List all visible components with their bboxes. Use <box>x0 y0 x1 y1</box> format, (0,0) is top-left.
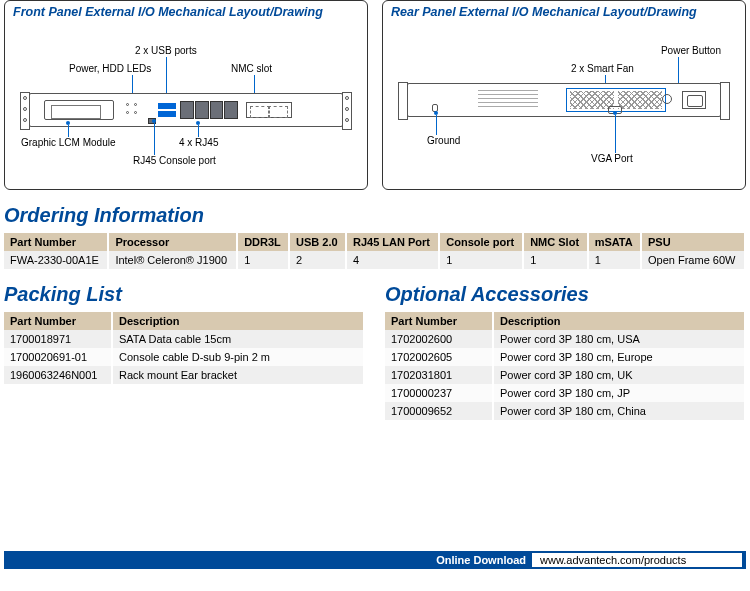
label-smart-fan: 2 x Smart Fan <box>571 63 634 74</box>
label-usb: 2 x USB ports <box>135 45 197 56</box>
footer-download-url: www.advantech.com/products <box>532 553 742 567</box>
label-power-button: Power Button <box>661 45 721 56</box>
acc-cell: Power cord 3P 180 cm, Europe <box>493 348 745 366</box>
packing-row: 1700018971 SATA Data cable 15cm <box>4 330 364 348</box>
acc-row: 1700000237 Power cord 3P 180 cm, JP <box>385 384 745 402</box>
ordering-val-rj45: 4 <box>346 251 439 269</box>
rear-panel-diagram: Power Button 2 x Smart Fan <box>391 25 737 185</box>
ordering-val-usb: 2 <box>289 251 346 269</box>
ordering-val-part: FWA-2330-00A1E <box>4 251 108 269</box>
lead-lcm <box>68 125 69 137</box>
packing-col-part: Part Number <box>4 312 112 330</box>
ordering-val-nmc: 1 <box>523 251 587 269</box>
ordering-val-ddr: 1 <box>237 251 289 269</box>
label-rj45: 4 x RJ45 <box>179 137 218 148</box>
acc-cell: 1700000237 <box>385 384 493 402</box>
dot-vga <box>613 111 617 115</box>
acc-cell: 1700009652 <box>385 402 493 420</box>
front-leds <box>124 101 142 119</box>
ordering-heading: Ordering Information <box>4 204 746 227</box>
packing-col-desc: Description <box>112 312 364 330</box>
packing-row: 1700020691-01 Console cable D-sub 9-pin … <box>4 348 364 366</box>
label-leds: Power, HDD LEDs <box>69 63 151 74</box>
rear-device-body <box>407 83 721 117</box>
front-panel-heading: Front Panel External I/O Mechanical Layo… <box>13 5 359 19</box>
front-usb-ports <box>158 103 176 117</box>
acc-cell: Power cord 3P 180 cm, JP <box>493 384 745 402</box>
ordering-col-usb: USB 2.0 <box>289 233 346 251</box>
packing-cell: 1700018971 <box>4 330 112 348</box>
accessories-col: Optional Accessories Part Number Descrip… <box>385 269 746 420</box>
acc-cell: Power cord 3P 180 cm, China <box>493 402 745 420</box>
ordering-col-nmc: NMC Slot <box>523 233 587 251</box>
packing-cell: SATA Data cable 15cm <box>112 330 364 348</box>
ordering-col-ddr: DDR3L <box>237 233 289 251</box>
lead-vga <box>615 115 616 153</box>
label-vga: VGA Port <box>591 153 633 164</box>
acc-cell: Power cord 3P 180 cm, UK <box>493 366 745 384</box>
front-panel-diagram: 2 x USB ports Power, HDD LEDs NMC slot <box>13 25 359 185</box>
front-lcm <box>44 100 114 120</box>
footer-download-label: Online Download <box>430 554 532 566</box>
lower-two-col: Packing List Part Number Description 170… <box>4 269 746 420</box>
ordering-col-psu: PSU <box>641 233 745 251</box>
front-ear-right <box>342 92 352 130</box>
label-nmc: NMC slot <box>231 63 272 74</box>
ordering-val-console: 1 <box>439 251 523 269</box>
ordering-col-proc: Processor <box>108 233 237 251</box>
packing-heading: Packing List <box>4 283 361 306</box>
ordering-table: Part Number Processor DDR3L USB 2.0 RJ45… <box>4 233 746 269</box>
acc-row: 1700009652 Power cord 3P 180 cm, China <box>385 402 745 420</box>
packing-table: Part Number Description 1700018971 SATA … <box>4 312 365 384</box>
rear-ear-right <box>720 82 730 120</box>
label-console: RJ45 Console port <box>133 155 216 166</box>
ordering-col-part: Part Number <box>4 233 108 251</box>
acc-row: 1702031801 Power cord 3P 180 cm, UK <box>385 366 745 384</box>
front-panel-box: Front Panel External I/O Mechanical Layo… <box>4 0 368 190</box>
rear-panel-heading: Rear Panel External I/O Mechanical Layou… <box>391 5 737 19</box>
rear-panel-box: Rear Panel External I/O Mechanical Layou… <box>382 0 746 190</box>
acc-row: 1702002605 Power cord 3P 180 cm, Europe <box>385 348 745 366</box>
packing-col: Packing List Part Number Description 170… <box>4 269 365 420</box>
ordering-row: FWA-2330-00A1E Intel® Celeron® J1900 1 2… <box>4 251 745 269</box>
accessories-table: Part Number Description 1702002600 Power… <box>385 312 746 420</box>
lead-console <box>154 123 155 155</box>
lead-ground <box>436 115 437 135</box>
acc-col-desc: Description <box>493 312 745 330</box>
rear-power-button <box>662 94 672 104</box>
ordering-header-row: Part Number Processor DDR3L USB 2.0 RJ45… <box>4 233 745 251</box>
rear-psu-inlet <box>682 91 706 109</box>
footer-bar: Online Download www.advantech.com/produc… <box>4 551 746 569</box>
acc-cell: 1702002605 <box>385 348 493 366</box>
front-nmc-slot <box>246 102 292 118</box>
label-ground: Ground <box>427 135 460 146</box>
ordering-val-proc: Intel® Celeron® J1900 <box>108 251 237 269</box>
packing-cell: 1960063246N001 <box>4 366 112 384</box>
acc-cell: Power cord 3P 180 cm, USA <box>493 330 745 348</box>
packing-row: 1960063246N001 Rack mount Ear bracket <box>4 366 364 384</box>
packing-cell: Rack mount Ear bracket <box>112 366 364 384</box>
label-lcm: Graphic LCM Module <box>21 137 115 148</box>
dot-ground <box>434 111 438 115</box>
front-rj45-group <box>180 101 238 119</box>
lead-rj45 <box>198 125 199 137</box>
front-ear-left <box>20 92 30 130</box>
dot-console <box>152 119 156 123</box>
ordering-col-rj45: RJ45 LAN Port <box>346 233 439 251</box>
acc-row: 1702002600 Power cord 3P 180 cm, USA <box>385 330 745 348</box>
dot-lcm <box>66 121 70 125</box>
accessories-heading: Optional Accessories <box>385 283 742 306</box>
rear-ear-left <box>398 82 408 120</box>
acc-col-part: Part Number <box>385 312 493 330</box>
acc-cell: 1702031801 <box>385 366 493 384</box>
ordering-val-msata: 1 <box>588 251 641 269</box>
acc-cell: 1702002600 <box>385 330 493 348</box>
panel-diagrams-row: Front Panel External I/O Mechanical Layo… <box>0 0 750 190</box>
front-device-body <box>29 93 343 127</box>
ordering-val-psu: Open Frame 60W <box>641 251 745 269</box>
packing-cell: Console cable D-sub 9-pin 2 m <box>112 348 364 366</box>
dot-rj45 <box>196 121 200 125</box>
packing-cell: 1700020691-01 <box>4 348 112 366</box>
ordering-col-console: Console port <box>439 233 523 251</box>
ordering-col-msata: mSATA <box>588 233 641 251</box>
